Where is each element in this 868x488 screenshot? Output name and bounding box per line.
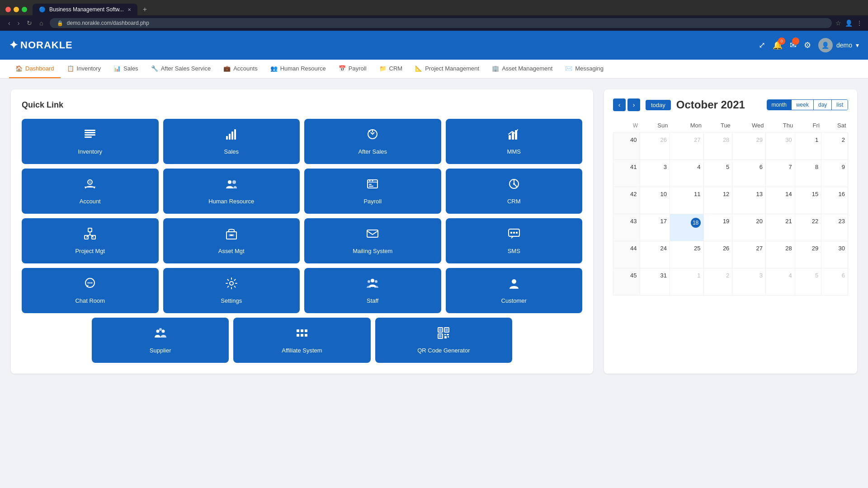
calendar-day-cell[interactable]: 25 [670, 241, 703, 268]
refresh-button[interactable]: ↻ [24, 19, 35, 28]
calendar-day-cell[interactable]: 4 [670, 160, 703, 187]
calendar-day-cell[interactable]: 5 [703, 160, 732, 187]
ql-affiliate-button[interactable]: Affiliate System [233, 318, 370, 363]
menu-icon[interactable]: ⋮ [856, 19, 863, 27]
ql-asset-button[interactable]: Asset Mgt [163, 218, 300, 263]
nav-item-project[interactable]: 📐 Project Management [409, 60, 486, 78]
calendar-day-cell[interactable]: 18 [670, 214, 703, 241]
minimize-traffic-light[interactable] [14, 7, 19, 12]
calendar-day-cell[interactable]: 4 [765, 268, 795, 296]
calendar-day-cell[interactable]: 29 [732, 133, 766, 160]
calendar-day-cell[interactable]: 3 [640, 160, 670, 187]
calendar-day-cell[interactable]: 20 [732, 214, 766, 241]
calendar-day-cell[interactable]: 10 [640, 187, 670, 214]
calendar-day-cell[interactable]: 2 [821, 133, 848, 160]
calendar-day-cell[interactable]: 21 [765, 214, 795, 241]
ql-sales-button[interactable]: Sales [163, 119, 300, 164]
calendar-week-view[interactable]: week [792, 100, 814, 110]
calendar-day-cell[interactable]: 7 [765, 160, 795, 187]
calendar-day-cell[interactable]: 3 [732, 268, 766, 296]
calendar-day-cell[interactable]: 23 [821, 214, 848, 241]
expand-icon[interactable]: ⤢ [759, 40, 765, 50]
calendar-day-cell[interactable]: 28 [703, 133, 732, 160]
ql-sms-button[interactable]: SMS [446, 218, 583, 263]
ql-supplier-button[interactable]: Supplier [92, 318, 229, 363]
ql-mms-button[interactable]: MMS [446, 119, 583, 164]
account-icon [84, 178, 96, 193]
calendar-day-cell[interactable]: 2 [703, 268, 732, 296]
calendar-month-view[interactable]: month [767, 100, 792, 110]
nav-item-asset[interactable]: 🏢 Asset Management [486, 60, 559, 78]
calendar-day-cell[interactable]: 6 [732, 160, 766, 187]
maximize-traffic-light[interactable] [22, 7, 27, 12]
calendar-day-cell[interactable]: 15 [795, 187, 821, 214]
calendar-day-cell[interactable]: 13 [732, 187, 766, 214]
calendar-day-cell[interactable]: 11 [670, 187, 703, 214]
nav-item-crm[interactable]: 📁 CRM [373, 60, 409, 78]
nav-item-after-sales[interactable]: 🔧 After Sales Service [145, 60, 217, 78]
calendar-day-cell[interactable]: 17 [640, 214, 670, 241]
nav-item-accounts[interactable]: 💼 Accounts [217, 60, 264, 78]
calendar-day-cell[interactable]: 26 [703, 241, 732, 268]
calendar-day-cell[interactable]: 31 [640, 268, 670, 296]
active-tab[interactable]: 🔵 Business Management Softw... ✕ [33, 4, 137, 15]
calendar-day-cell[interactable]: 27 [670, 133, 703, 160]
ql-qr-button[interactable]: QR Code Generator [375, 318, 512, 363]
calendar-day-cell[interactable]: 1 [795, 133, 821, 160]
new-tab-button[interactable]: + [139, 4, 151, 15]
ql-inventory-button[interactable]: Inventory [22, 119, 159, 164]
ql-customer-button[interactable]: Customer [446, 268, 583, 313]
calendar-day-cell[interactable]: 14 [765, 187, 795, 214]
ql-chat-button[interactable]: Chat Room [22, 268, 159, 313]
ql-payroll-button[interactable]: Payroll [304, 169, 441, 214]
home-button[interactable]: ⌂ [37, 19, 46, 28]
forward-button[interactable]: › [15, 19, 23, 28]
nav-item-sales[interactable]: 📊 Sales [107, 60, 145, 78]
nav-item-inventory[interactable]: 📋 Inventory [61, 60, 107, 78]
calendar-next-button[interactable]: › [627, 99, 640, 111]
notification-icon[interactable]: 🔔 0 [773, 40, 783, 50]
calendar-list-view[interactable]: list [832, 100, 848, 110]
calendar-day-cell[interactable]: 5 [795, 268, 821, 296]
ql-mailing-button[interactable]: Mailing System [304, 218, 441, 263]
ql-settings-button[interactable]: Settings [163, 268, 300, 313]
ql-crm-button[interactable]: CRM [446, 169, 583, 214]
mail-icon[interactable]: ✉ [790, 40, 797, 50]
settings-ql-icon [225, 277, 238, 293]
calendar-day-cell[interactable]: 9 [821, 160, 848, 187]
ql-staff-button[interactable]: Staff [304, 268, 441, 313]
calendar-day-cell[interactable]: 24 [640, 241, 670, 268]
close-traffic-light[interactable] [5, 7, 11, 12]
calendar-day-cell[interactable]: 30 [765, 133, 795, 160]
calendar-day-cell[interactable]: 30 [821, 241, 848, 268]
ql-project-button[interactable]: Project Mgt [22, 218, 159, 263]
calendar-prev-button[interactable]: ‹ [613, 99, 626, 111]
calendar-day-cell[interactable]: 12 [703, 187, 732, 214]
nav-item-payroll[interactable]: 📅 Payroll [332, 60, 373, 78]
calendar-day-cell[interactable]: 22 [795, 214, 821, 241]
user-menu[interactable]: 👤 demo ▾ [818, 38, 859, 52]
calendar-day-view[interactable]: day [814, 100, 832, 110]
ql-after-sales-button[interactable]: After Sales [304, 119, 441, 164]
calendar-day-cell[interactable]: 28 [765, 241, 795, 268]
bookmark-icon[interactable]: ☆ [835, 19, 841, 27]
calendar-day-cell[interactable]: 1 [670, 268, 703, 296]
calendar-day-cell[interactable]: 19 [703, 214, 732, 241]
ql-account-button[interactable]: Account [22, 169, 159, 214]
calendar-day-cell[interactable]: 8 [795, 160, 821, 187]
calendar-today-button[interactable]: today [646, 100, 671, 110]
settings-icon[interactable]: ⚙ [804, 40, 811, 50]
ql-hr-button[interactable]: Human Resource [163, 169, 300, 214]
nav-item-messaging[interactable]: ✉️ Messaging [559, 60, 610, 78]
calendar-day-cell[interactable]: 16 [821, 187, 848, 214]
back-button[interactable]: ‹ [5, 19, 13, 28]
nav-item-dashboard[interactable]: 🏠 Dashboard [9, 60, 61, 78]
calendar-day-cell[interactable]: 26 [640, 133, 670, 160]
nav-item-hr[interactable]: 👥 Human Resource [264, 60, 332, 78]
user-profile-icon[interactable]: 👤 [845, 19, 853, 27]
calendar-day-cell[interactable]: 6 [821, 268, 848, 296]
calendar-day-cell[interactable]: 27 [732, 241, 766, 268]
tab-close-button[interactable]: ✕ [127, 7, 131, 12]
calendar-day-cell[interactable]: 29 [795, 241, 821, 268]
address-bar[interactable]: 🔒 demo.norakle.com/dashboard.php [50, 18, 832, 28]
